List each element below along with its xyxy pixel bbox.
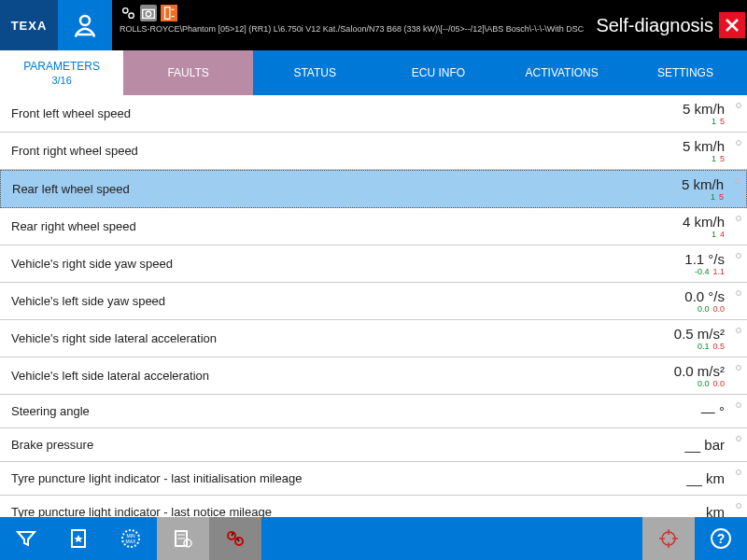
parameter-row[interactable]: Front left wheel speed5 km/h15 [0,95,747,133]
parameter-value-block: 0.0 m/s²0.00.0 [635,363,738,388]
favorite-button[interactable] [52,517,105,560]
tab-label: PARAMETERS [23,60,100,73]
minmax-button[interactable]: MINMAX [105,517,157,560]
camera-icon[interactable] [140,5,157,21]
svg-text:?: ? [717,531,726,546]
parameter-label: Vehicle's left side lateral acceleration [11,369,635,383]
parameter-value-block: 1.1 °/s-0.41.1 [635,251,738,276]
parameter-minmax: -0.41.1 [635,268,725,276]
parameter-list-wrap: Front left wheel speed5 km/h15Front righ… [0,95,747,517]
parameter-value-block: 4 km/h14 [635,214,738,239]
parameter-value: 0.5 m/s² [635,326,725,342]
parameter-row[interactable]: Front right wheel speed5 km/h15 [0,133,747,170]
page-title: Self-diagnosis [596,15,713,36]
help-button[interactable]: ? [695,517,747,560]
parameter-value: __ km [635,470,725,486]
row-indicator-dot [736,103,741,108]
parameter-minmax: 0.00.0 [635,380,725,388]
parameter-row[interactable]: Vehicle's left side lateral acceleration… [0,357,747,395]
close-icon [725,18,740,33]
parameter-minmax: 14 [635,231,725,239]
minmax-icon: MINMAX [120,527,142,550]
svg-rect-1 [78,34,92,36]
top-bar: TEXA ROLLS-ROYCE\Phantom [05>12] (RR1) L… [0,0,747,50]
svg-line-22 [237,539,239,541]
parameter-label: Vehicle's right side lateral acceleratio… [11,331,635,345]
parameter-minmax: 0.10.5 [635,343,725,351]
parameter-row[interactable]: Vehicle's right side lateral acceleratio… [0,320,747,357]
tab-label: FAULTS [167,66,208,79]
tab-faults[interactable]: FAULTS [123,50,253,95]
config-button[interactable] [157,517,209,560]
parameter-minmax: 0.00.0 [635,305,725,314]
parameter-value-block: 5 km/h15 [634,176,737,202]
svg-point-5 [146,11,150,16]
config-list-icon [172,527,194,550]
parameter-row[interactable]: Tyre puncture light indicator - last ini… [0,462,747,496]
parameter-minmax: 15 [635,155,725,163]
header-right: Self-diagnosis [596,0,747,50]
favorite-page-icon [67,527,90,550]
parameter-value: __ bar [635,437,725,453]
parameter-row[interactable]: Brake pressure__ bar [0,428,747,462]
parameter-row[interactable]: Rear left wheel speed5 km/h15 [0,170,747,208]
tab-settings[interactable]: SETTINGS [624,50,747,95]
parameter-value-block: __ bar [635,437,738,453]
tab-activations[interactable]: ACTIVATIONS [500,50,624,95]
row-indicator-dot [736,290,741,296]
brand-logo: TEXA [0,0,58,50]
parameter-value: 4 km/h [635,214,725,230]
device-icon[interactable] [161,5,177,21]
gauges-button[interactable] [209,517,261,560]
parameter-row[interactable]: Vehicle's right side yaw speed1.1 °/s-0.… [0,245,747,283]
parameter-row[interactable]: Steering angle— ° [0,395,747,428]
gears-icon[interactable] [120,5,136,21]
parameter-label: Vehicle's left side yaw speed [11,294,635,308]
row-indicator-dot [736,253,741,259]
row-indicator-dot [736,436,741,441]
parameter-label: Front right wheel speed [11,144,635,158]
row-indicator-dot [735,178,740,184]
parameter-row[interactable]: Rear right wheel speed4 km/h14 [0,208,747,245]
row-indicator-dot [736,140,741,146]
parameter-value: 0.0 °/s [635,288,725,304]
filter-button[interactable] [0,517,52,560]
tab-ecu-info[interactable]: ECU INFO [376,50,500,95]
parameter-label: Front left wheel speed [11,106,635,120]
svg-point-2 [123,8,128,13]
svg-line-21 [232,533,233,536]
tab-status[interactable]: STATUS [253,50,376,95]
parameter-value-block: __ km [635,470,738,486]
parameter-label: Vehicle's right side yaw speed [11,257,635,271]
filter-icon [15,527,37,550]
parameter-row[interactable]: Vehicle's left side yaw speed0.0 °/s0.00… [0,283,747,320]
tab-label: ECU INFO [412,66,465,79]
row-indicator-dot [736,469,741,475]
svg-rect-6 [165,7,170,20]
profile-button[interactable] [58,0,112,50]
parameter-label: Brake pressure [11,438,635,452]
row-indicator-dot [736,328,741,333]
tab-label: SETTINGS [657,66,713,79]
gauges-icon [224,527,247,550]
parameter-value: — ° [635,403,725,419]
target-icon [657,527,680,550]
target-button[interactable] [642,517,695,560]
svg-point-0 [80,16,90,25]
parameter-value: 0.0 m/s² [635,363,725,379]
tab-sublabel: 3/16 [51,75,71,86]
tab-label: ACTIVATIONS [526,66,599,79]
parameter-value: 5 km/h [634,176,724,192]
parameter-label: Tyre puncture light indicator - last not… [11,505,635,517]
bottom-bar: MINMAX ? [0,517,747,560]
help-icon: ? [710,527,732,550]
parameter-label: Steering angle [11,404,635,418]
svg-text:MAX: MAX [126,539,137,544]
parameter-value: 1.1 °/s [635,251,725,267]
parameter-value-block: 0.0 °/s0.00.0 [635,288,738,314]
tab-parameters[interactable]: PARAMETERS 3/16 [0,50,123,95]
parameter-row[interactable]: Tyre puncture light indicator - last not… [0,496,747,517]
close-button[interactable] [719,12,745,38]
parameter-label: Tyre puncture light indicator - last ini… [11,471,635,485]
parameter-list[interactable]: Front left wheel speed5 km/h15Front righ… [0,95,747,517]
